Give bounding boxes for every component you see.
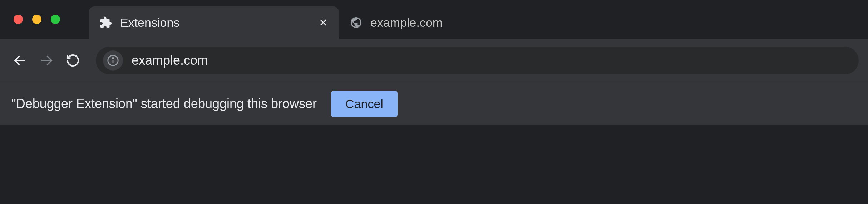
tab-strip: Extensions example.com xyxy=(0,0,868,39)
infobar-message: "Debugger Extension" started debugging t… xyxy=(11,96,317,111)
tab-title: example.com xyxy=(370,16,443,30)
tab-example[interactable]: example.com xyxy=(339,6,453,39)
url-text: example.com xyxy=(132,53,208,68)
reload-button[interactable] xyxy=(62,50,84,71)
back-button[interactable] xyxy=(9,50,31,71)
window-controls xyxy=(14,15,60,24)
cancel-button[interactable]: Cancel xyxy=(331,91,398,117)
svg-point-6 xyxy=(113,58,114,59)
debugger-infobar: "Debugger Extension" started debugging t… xyxy=(0,82,868,125)
window-close-button[interactable] xyxy=(14,15,23,24)
address-bar[interactable]: example.com xyxy=(96,47,859,74)
tab-title: Extensions xyxy=(120,16,310,30)
forward-button[interactable] xyxy=(36,50,57,71)
tabs-container: Extensions example.com xyxy=(89,0,453,39)
globe-icon xyxy=(350,16,363,29)
site-info-icon[interactable] xyxy=(103,50,123,71)
toolbar: example.com xyxy=(0,39,868,82)
tab-extensions[interactable]: Extensions xyxy=(89,6,339,39)
extension-icon xyxy=(99,16,112,29)
window-minimize-button[interactable] xyxy=(32,15,41,24)
tab-close-button[interactable] xyxy=(318,18,328,28)
window-maximize-button[interactable] xyxy=(51,15,60,24)
